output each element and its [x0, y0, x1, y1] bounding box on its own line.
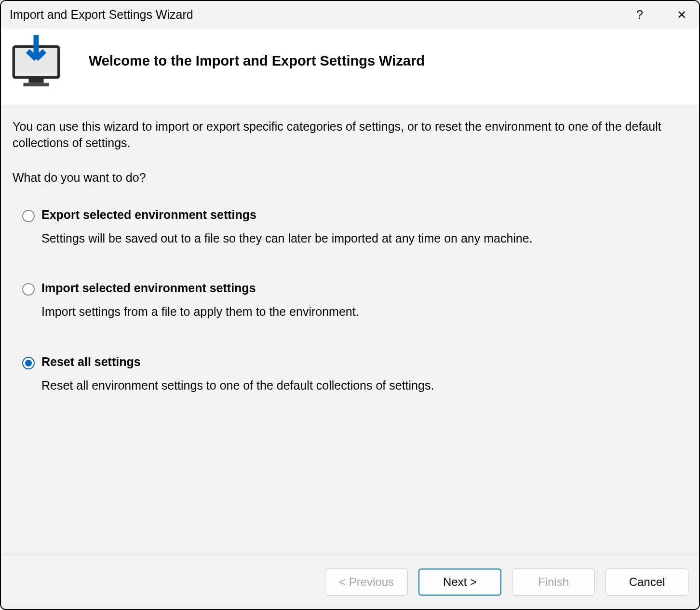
option-export-desc: Settings will be saved out to a file so … — [41, 230, 687, 247]
titlebar: Import and Export Settings Wizard ? ✕ — [1, 1, 699, 28]
window-title: Import and Export Settings Wizard — [10, 8, 193, 22]
intro-text: You can use this wizard to import or exp… — [13, 119, 687, 151]
option-export[interactable]: Export selected environment settings Set… — [22, 208, 687, 247]
titlebar-controls: ? ✕ — [633, 6, 690, 24]
import-monitor-icon — [10, 34, 63, 87]
option-reset-desc: Reset all environment settings to one of… — [41, 378, 687, 394]
option-reset-label: Reset all settings — [41, 355, 687, 369]
prompt-text: What do you want to do? — [13, 171, 687, 185]
option-import-desc: Import settings from a file to apply the… — [41, 304, 687, 320]
radio-export[interactable] — [22, 210, 35, 222]
radio-reset[interactable] — [22, 357, 35, 369]
svg-rect-2 — [23, 83, 49, 86]
cancel-button[interactable]: Cancel — [606, 569, 688, 596]
option-import-text: Import selected environment settings Imp… — [41, 281, 687, 320]
svg-rect-1 — [28, 79, 43, 83]
option-export-label: Export selected environment settings — [41, 208, 687, 222]
radio-import[interactable] — [22, 283, 35, 296]
content-area: You can use this wizard to import or exp… — [1, 105, 699, 555]
option-import-label: Import selected environment settings — [41, 281, 687, 295]
footer: < Previous Next > Finish Cancel — [1, 555, 699, 609]
help-button[interactable]: ? — [633, 6, 647, 24]
finish-button[interactable]: Finish — [512, 569, 595, 596]
option-export-text: Export selected environment settings Set… — [41, 208, 687, 247]
option-reset[interactable]: Reset all settings Reset all environment… — [22, 355, 687, 394]
previous-button[interactable]: < Previous — [325, 569, 408, 596]
page-title: Welcome to the Import and Export Setting… — [89, 53, 425, 69]
header-section: Welcome to the Import and Export Setting… — [1, 28, 699, 105]
wizard-window: Import and Export Settings Wizard ? ✕ We… — [0, 0, 700, 610]
options-group: Export selected environment settings Set… — [13, 208, 687, 394]
close-button[interactable]: ✕ — [673, 7, 690, 23]
option-import[interactable]: Import selected environment settings Imp… — [22, 281, 687, 320]
next-button[interactable]: Next > — [418, 569, 501, 596]
option-reset-text: Reset all settings Reset all environment… — [41, 355, 687, 394]
